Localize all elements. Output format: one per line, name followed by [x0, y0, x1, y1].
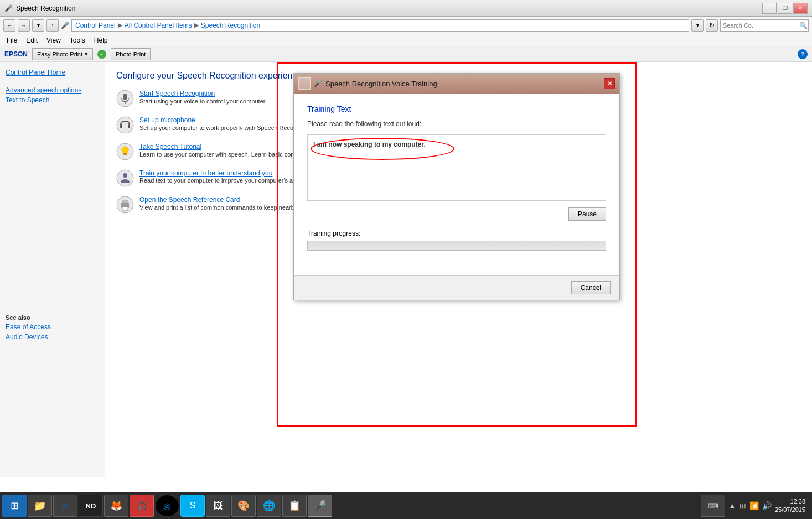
- menu-view[interactable]: View: [43, 35, 64, 45]
- pause-button[interactable]: Pause: [568, 207, 606, 221]
- svg-rect-5: [128, 124, 130, 128]
- epson-label: EPSON: [4, 50, 28, 58]
- sidebar: Control Panel Home Advanced speech optio…: [0, 62, 105, 477]
- taskbar-headphones[interactable]: 🎧: [130, 495, 154, 517]
- menu-file[interactable]: File: [3, 35, 20, 45]
- pause-btn-row: Pause: [307, 207, 606, 221]
- menu-tools[interactable]: Tools: [66, 35, 89, 45]
- dialog-window: ← 🎤 Speech Recognition Voice Training ✕ …: [293, 73, 620, 300]
- dropdown-path-button[interactable]: ▾: [691, 19, 704, 32]
- svg-rect-9: [123, 154, 127, 155]
- taskbar-time-display: 12:38: [775, 497, 805, 506]
- dialog-instruction: Please read the following text out loud:: [307, 120, 606, 128]
- path-all-items[interactable]: All Control Panel Items: [125, 22, 192, 29]
- windows-security-icon[interactable]: ⊞: [739, 501, 746, 510]
- up-button[interactable]: ↑: [46, 19, 59, 32]
- taskbar-skype[interactable]: S: [180, 495, 205, 517]
- sidebar-link-home[interactable]: Control Panel Home: [6, 69, 99, 76]
- svg-point-10: [117, 170, 133, 186]
- dialog-back-button[interactable]: ←: [298, 77, 311, 90]
- link-set-microphone[interactable]: Set up microphone: [139, 116, 313, 124]
- link-start-speech[interactable]: Start Speech Recognition: [139, 90, 267, 97]
- sidebar-link-ease-of-access[interactable]: Ease of Access: [6, 323, 99, 331]
- show-hidden-icon[interactable]: ▲: [728, 501, 736, 510]
- path-control-panel[interactable]: Control Panel: [75, 22, 116, 29]
- svg-point-7: [122, 147, 128, 153]
- taskbar-file-explorer[interactable]: 📁: [28, 495, 52, 517]
- photo-print-icon: ✓: [97, 50, 106, 59]
- taskbar-ie[interactable]: e: [53, 495, 77, 517]
- back-button[interactable]: ←: [3, 19, 15, 32]
- menu-help[interactable]: Help: [91, 35, 111, 45]
- see-also-section: See also Ease of Access Audio Devices: [6, 314, 99, 341]
- desc-set-microphone: Set up your computer to work properly wi…: [139, 124, 313, 131]
- path-speech-recognition[interactable]: Speech Recognition: [201, 22, 260, 29]
- svg-rect-4: [120, 124, 122, 128]
- taskbar-speech-recognition[interactable]: 🎤: [308, 495, 332, 517]
- taskbar-firefox[interactable]: 🦊: [104, 495, 128, 517]
- easy-photo-print-button[interactable]: Easy Photo Print ▾: [32, 48, 93, 60]
- volume-icon[interactable]: 🔊: [762, 501, 772, 510]
- photo-print-button[interactable]: Photo Print: [111, 48, 151, 60]
- taskbar-date-display: 25/07/2015: [775, 506, 805, 514]
- bulb-icon: [116, 143, 134, 160]
- title-bar-title: Speech Recognition: [16, 4, 75, 12]
- printer-icon: [116, 196, 134, 214]
- desc-start-speech: Start using your voice to control your c…: [139, 98, 267, 105]
- toolbar: EPSON Easy Photo Print ▾ ✓ Photo Print ?: [0, 46, 812, 62]
- taskbar-nd-app[interactable]: ND: [79, 495, 103, 517]
- dialog-subtitle: Training Text: [307, 105, 606, 113]
- training-progress-label: Training progress:: [307, 230, 606, 237]
- taskbar-image-viewer[interactable]: 🖼: [206, 495, 230, 517]
- maximize-button[interactable]: ❐: [778, 3, 792, 14]
- address-mic-icon: 🎤: [61, 22, 69, 29]
- minimize-button[interactable]: −: [762, 3, 777, 14]
- search-box[interactable]: 🔍: [720, 19, 809, 32]
- taskbar-clock[interactable]: 12:38 25/07/2015: [775, 497, 805, 515]
- menu-edit[interactable]: Edit: [23, 35, 41, 45]
- taskbar: ⊞ 📁 e ND 🦊 🎧 ◎ S 🖼 🎨 🌐 📋 🎤 ⌨ ▲ ⊞ 📶 🔊 12:…: [0, 492, 812, 519]
- dropdown-button[interactable]: ▾: [32, 19, 44, 32]
- taskbar-browser2[interactable]: 🌐: [257, 495, 281, 517]
- dropdown-arrow-icon: ▾: [85, 50, 88, 58]
- dialog-title-text: Speech Recognition Voice Training: [325, 80, 437, 88]
- sidebar-link-audio-devices[interactable]: Audio Devices: [6, 333, 99, 341]
- refresh-button[interactable]: ↻: [706, 19, 718, 32]
- taskbar-circle-app[interactable]: ◎: [155, 495, 179, 517]
- network-icon[interactable]: 📶: [749, 501, 759, 510]
- main-content: Control Panel Home Advanced speech optio…: [0, 62, 812, 477]
- progress-bar: [307, 241, 606, 251]
- see-also-title: See also: [6, 314, 99, 321]
- taskbar-paint[interactable]: 🎨: [231, 495, 256, 517]
- search-input[interactable]: [723, 22, 799, 29]
- help-icon[interactable]: ?: [798, 49, 808, 59]
- forward-button[interactable]: →: [18, 19, 30, 32]
- start-button[interactable]: ⊞: [2, 495, 27, 517]
- svg-rect-14: [122, 200, 128, 203]
- training-text-content: I am now speaking to my computer.: [313, 141, 600, 148]
- svg-rect-1: [123, 94, 127, 100]
- sidebar-link-advanced[interactable]: Advanced speech options: [6, 86, 99, 94]
- title-bar-mic-icon: 🎤: [4, 4, 13, 12]
- dialog-title-bar: ← 🎤 Speech Recognition Voice Training ✕: [294, 74, 619, 94]
- search-icon: 🔍: [799, 22, 808, 29]
- svg-point-11: [123, 173, 127, 178]
- taskbar-control-panel[interactable]: 📋: [282, 495, 307, 517]
- title-bar: 🎤 Speech Recognition − ❐ ✕: [0, 0, 812, 17]
- dialog-body: Training Text Please read the following …: [294, 94, 619, 275]
- mic-icon: [116, 90, 134, 107]
- photo-print-btn-label: Photo Print: [116, 51, 146, 58]
- close-button[interactable]: ✕: [793, 3, 808, 14]
- address-bar: ← → ▾ ↑ 🎤 Control Panel ▶ All Control Pa…: [0, 17, 812, 34]
- training-text-box: I am now speaking to my computer.: [307, 134, 606, 201]
- dialog-footer: Cancel: [294, 275, 619, 300]
- menu-bar: File Edit View Tools Help: [0, 34, 812, 46]
- sidebar-link-tts[interactable]: Text to Speech: [6, 96, 99, 104]
- svg-rect-15: [122, 207, 128, 210]
- photo-print-label: Easy Photo Print: [37, 51, 82, 58]
- dialog-close-button[interactable]: ✕: [604, 78, 615, 89]
- taskbar-right: ⌨ ▲ ⊞ 📶 🔊 12:38 25/07/2015: [701, 495, 810, 517]
- keyboard-icon[interactable]: ⌨: [701, 495, 725, 517]
- cancel-button[interactable]: Cancel: [571, 281, 611, 294]
- windows-icon: ⊞: [11, 500, 19, 512]
